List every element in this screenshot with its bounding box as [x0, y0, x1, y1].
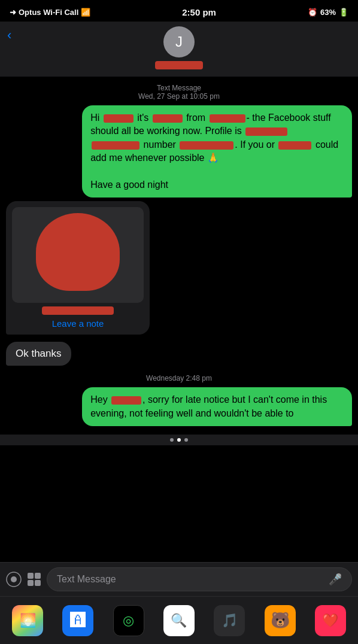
- time-display: 2:50 pm: [182, 7, 216, 17]
- heart-icon[interactable]: ❤️: [315, 605, 346, 636]
- image-placeholder: [12, 207, 144, 303]
- svg-point-1: [11, 576, 17, 582]
- battery-text: 63%: [320, 8, 336, 17]
- message-bubble-ok-thanks: Ok thanks: [6, 342, 71, 366]
- message-row-received-image: Leave a note: [6, 201, 352, 335]
- redacted-profile: [245, 127, 287, 136]
- battery-info: ⏰ 63% 🔋: [308, 8, 348, 17]
- redacted-name-2: [153, 114, 183, 123]
- battery-icon: 🔋: [339, 8, 348, 17]
- page-dot-3: [184, 438, 188, 442]
- arrow-icon: ➜: [10, 8, 16, 17]
- redacted-name-hey: [111, 396, 141, 405]
- fitness-icon[interactable]: ◎: [113, 605, 144, 636]
- back-button[interactable]: ‹: [7, 28, 11, 43]
- redacted-label-bar: [42, 306, 114, 315]
- contact-name-redacted: [155, 61, 203, 69]
- camera-button[interactable]: [6, 572, 22, 587]
- page-dot-2: [177, 438, 181, 442]
- status-bar: ➜ Optus Wi-Fi Call 📶 2:50 pm ⏰ 63% 🔋: [0, 0, 358, 22]
- message-row-sent-hey: Hey , sorry for late notice but I can't …: [6, 387, 352, 426]
- page-dot-1: [170, 438, 174, 442]
- redacted-person: [278, 141, 311, 150]
- mic-icon[interactable]: 🎤: [329, 573, 342, 586]
- svg-rect-3: [35, 573, 41, 579]
- text-input-field[interactable]: Text Message 🎤: [47, 567, 352, 591]
- message-bubble-sent-hey: Hey , sorry for late notice but I can't …: [82, 387, 352, 426]
- message-row-received-ok: Ok thanks: [6, 338, 352, 369]
- emoji-icon[interactable]: 🐻: [265, 605, 296, 636]
- search-icon[interactable]: 🔍: [163, 605, 195, 636]
- svg-rect-4: [28, 580, 34, 586]
- input-bar: Text Message 🎤: [0, 562, 358, 596]
- redacted-face: [36, 213, 120, 291]
- avatar[interactable]: J: [163, 26, 195, 57]
- photos-icon[interactable]: 🌅: [12, 605, 43, 636]
- leave-note-button[interactable]: Leave a note: [12, 318, 144, 329]
- alarm-icon: ⏰: [308, 8, 317, 17]
- carrier-text: Optus Wi-Fi Call: [19, 8, 78, 17]
- input-placeholder: Text Message: [57, 574, 116, 585]
- message-bubble-sent-1: Hi it's from - the Facebook stuff should…: [82, 105, 352, 198]
- image-message-bubble: Leave a note: [6, 201, 150, 335]
- carrier-info: ➜ Optus Wi-Fi Call 📶: [10, 8, 90, 17]
- date-label-2: Wednesday 2:48 pm: [6, 374, 352, 382]
- svg-rect-5: [35, 580, 41, 586]
- apps-button[interactable]: [26, 572, 42, 587]
- redacted-detail-1: [92, 141, 139, 150]
- conversation-header: ‹ J: [0, 22, 358, 77]
- redacted-name-1: [104, 114, 134, 123]
- svg-rect-2: [28, 573, 34, 579]
- message-row-sent-1: Hi it's from - the Facebook stuff should…: [6, 105, 352, 198]
- redacted-number: [180, 141, 233, 150]
- date-label-1: Text MessageWed, 27 Sep at 10:05 pm: [6, 84, 352, 101]
- wifi-icon: 📶: [81, 8, 90, 17]
- shazam-icon[interactable]: 🎵: [214, 605, 245, 636]
- app-dock: 🌅 🅰 ◎ 🔍 🎵 🐻 ❤️: [0, 596, 358, 644]
- appstore-icon[interactable]: 🅰: [62, 605, 93, 636]
- redacted-name-3: [210, 114, 245, 123]
